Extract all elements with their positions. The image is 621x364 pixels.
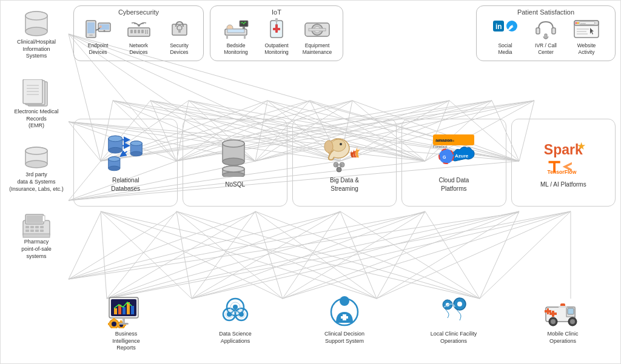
svg-rect-256 [113, 328, 115, 328]
svg-line-98 [107, 211, 425, 299]
svg-line-110 [377, 211, 571, 299]
svg-point-205 [130, 141, 142, 146]
svg-point-278 [340, 296, 349, 306]
svg-point-227 [340, 143, 342, 145]
left-item-emr: Electronic MedicalRecords(EMR) [4, 79, 69, 130]
svg-line-78 [101, 211, 107, 299]
svg-line-113 [107, 211, 571, 299]
cloud-icon: amazon web services Azure G Forecast [432, 133, 475, 174]
network-icon [124, 17, 153, 41]
iot-group: IoT [210, 5, 343, 61]
left-label-clinical: Clinical/HospitalInformationSystems [17, 39, 56, 60]
svg-rect-173 [273, 28, 280, 30]
svg-rect-168 [243, 27, 245, 29]
svg-point-220 [223, 172, 244, 177]
svg-point-214 [223, 158, 244, 165]
social-label: SocialMedia [498, 42, 512, 56]
svg-line-90 [255, 211, 283, 299]
iot-items: BedsideMonitoring [215, 17, 338, 56]
bottom-item-bi: BusinessIntelligenceReports [73, 294, 179, 357]
svg-point-208 [109, 166, 120, 171]
endpoint-label: EndpointDevices [88, 42, 109, 56]
svg-rect-141 [30, 230, 34, 232]
bottom-item-clinical-decision: Clinical DecisionSupport System [292, 294, 397, 357]
svg-rect-250 [123, 307, 126, 314]
svg-rect-183 [552, 28, 556, 34]
group-item-network: NetworkDevices [120, 17, 158, 56]
svg-rect-145 [42, 216, 45, 222]
bi-icon [107, 294, 146, 329]
svg-rect-136 [25, 226, 29, 228]
svg-line-100 [283, 211, 425, 299]
mobile-clinic-icon [543, 294, 582, 329]
ml-ai-icon: Spark ★ TensorFlow [542, 137, 585, 178]
endpoint-icon [84, 17, 113, 41]
equipment-icon [303, 17, 332, 41]
left-column: Clinical/HospitalInformationSystems Elec… [4, 10, 69, 260]
diagram-container: Clinical/HospitalInformationSystems Elec… [0, 0, 621, 364]
bottom-item-data-science: Data ScienceApplications [183, 294, 288, 357]
svg-point-160 [138, 24, 140, 27]
svg-text:Azure: Azure [455, 153, 469, 159]
svg-rect-261 [120, 320, 122, 322]
svg-rect-143 [40, 230, 44, 232]
pages-icon-emr [21, 79, 52, 108]
svg-point-116 [25, 27, 47, 36]
svg-point-292 [551, 319, 556, 324]
mobile-clinic-label: Mobile ClinicOperations [547, 331, 578, 345]
nosql-icon [213, 137, 257, 178]
nosql-label: NoSQL [225, 180, 245, 189]
svg-point-129 [25, 160, 47, 168]
platform-ml-ai: Spark ★ TensorFlow ML / AI Platforms [511, 119, 616, 207]
svg-point-196 [109, 147, 123, 153]
bottom-section: BusinessIntelligenceReports [73, 294, 616, 357]
svg-line-82 [101, 211, 480, 299]
svg-rect-298 [545, 310, 551, 313]
left-label-thirdparty: 3rd partydata & Systems(Insurance, Labs,… [9, 171, 64, 193]
svg-rect-290 [549, 313, 557, 315]
security-icon [165, 17, 194, 41]
svg-text:www.: www. [580, 22, 586, 25]
svg-line-107 [480, 211, 519, 299]
bottom-item-mobile-clinic: Mobile ClinicOperations [510, 294, 616, 357]
svg-rect-174 [275, 18, 278, 22]
svg-point-190 [577, 22, 579, 24]
cybersecurity-title: Cybersecurity [118, 8, 159, 16]
svg-line-83 [107, 211, 176, 299]
platform-nosql: NoSQL [183, 119, 287, 207]
relational-db-label: RelationalDatabases [111, 176, 140, 193]
svg-rect-156 [138, 30, 140, 33]
svg-point-226 [324, 141, 333, 153]
svg-line-91 [255, 211, 377, 299]
bottom-item-local-clinic: Local Clinic FacilityOperations [401, 294, 506, 357]
local-clinic-label: Local Clinic FacilityOperations [431, 331, 477, 345]
website-label: WebsiteActivity [577, 42, 596, 56]
svg-point-294 [570, 319, 575, 324]
svg-point-119 [25, 12, 47, 20]
svg-point-254 [112, 322, 116, 326]
svg-rect-135 [27, 216, 42, 223]
svg-line-21 [69, 213, 340, 279]
svg-rect-170 [244, 35, 246, 39]
big-data-icon [323, 133, 366, 174]
left-item-pharmacy: Pharmacypoint-of-salesystems [4, 212, 69, 260]
svg-rect-157 [141, 30, 144, 33]
svg-point-211 [109, 157, 120, 162]
outpatient-label: OutpatientMonitoring [264, 42, 289, 56]
platform-cloud: amazon web services Azure G Forecast Clo… [401, 119, 506, 207]
svg-rect-252 [131, 306, 134, 314]
group-item-security: SecurityDevices [161, 17, 198, 56]
relational-db-icon [104, 133, 147, 174]
ml-ai-label: ML / AI Platforms [540, 180, 586, 189]
data-science-icon [216, 294, 255, 329]
svg-point-132 [25, 147, 47, 154]
svg-line-81 [101, 211, 377, 299]
svg-point-151 [103, 30, 105, 32]
svg-point-217 [223, 140, 244, 147]
social-icon: in [491, 17, 520, 41]
svg-line-18 [69, 213, 101, 279]
data-science-label: Data ScienceApplications [219, 331, 252, 345]
svg-point-223 [223, 166, 244, 172]
svg-line-87 [176, 211, 480, 299]
platforms-section: RelationalDatabases [73, 119, 616, 207]
